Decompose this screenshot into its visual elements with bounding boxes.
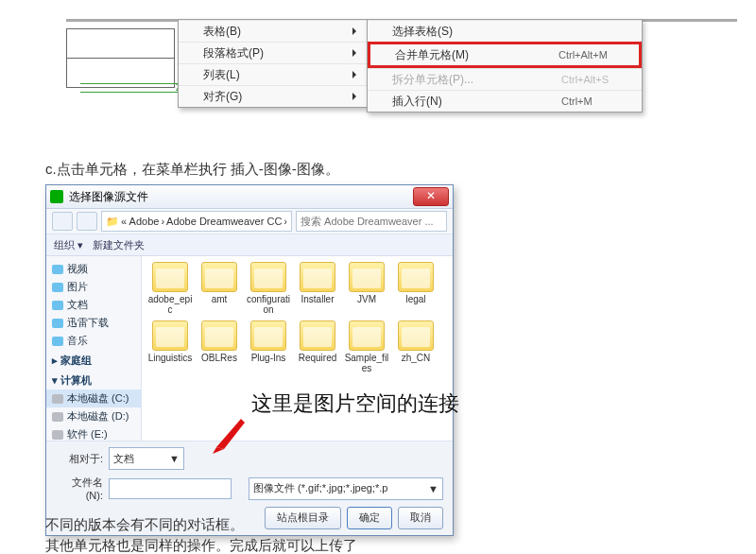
menu-item[interactable]: 选择表格(S) <box>368 20 642 42</box>
folder-item[interactable]: legal <box>393 262 438 315</box>
relative-label: 相对于: <box>56 452 103 466</box>
folder-item[interactable]: configuration <box>246 262 291 315</box>
file-open-dialog: 选择图像源文件 ✕ 📁 « Adobe› Adobe Dreamweaver C… <box>45 184 454 536</box>
cancel-button[interactable]: 取消 <box>398 507 443 529</box>
filename-label: 文件名(N): <box>56 476 103 501</box>
sidebar-item[interactable]: 图片 <box>46 278 141 296</box>
sidebar-drive[interactable]: 软件 (E:) <box>46 425 141 441</box>
svg-marker-0 <box>216 419 245 449</box>
sidebar: 视频图片文档迅雷下载音乐▸ 家庭组▾ 计算机本地磁盘 (C:)本地磁盘 (D:)… <box>46 256 142 441</box>
context-menu-left: 表格(B)段落格式(P)列表(L)对齐(G) <box>178 19 369 108</box>
folder-item[interactable]: adobe_epic <box>147 262 193 315</box>
folder-item[interactable]: Required <box>295 320 340 373</box>
dialog-title: 选择图像源文件 <box>69 189 413 205</box>
context-menu-right: 选择表格(S)合并单元格(M)Ctrl+Alt+M拆分单元格(P)...Ctrl… <box>367 19 643 113</box>
sidebar-group[interactable]: ▸ 家庭组 <box>46 350 141 370</box>
footer-text-1: 不同的版本会有不同的对话框。 <box>45 516 244 534</box>
menu-item[interactable]: 合并单元格(M)Ctrl+Alt+M <box>368 42 642 68</box>
folder-item[interactable]: amt <box>197 262 242 315</box>
folder-item[interactable]: Sample_files <box>344 320 389 373</box>
menu-item[interactable]: 段落格式(P) <box>179 42 368 63</box>
folder-item[interactable]: OBLRes <box>197 320 242 373</box>
menu-item[interactable]: 表格(B) <box>179 20 368 42</box>
filename-input[interactable] <box>109 478 232 499</box>
site-root-button[interactable]: 站点根目录 <box>265 507 341 529</box>
organize-menu[interactable]: 组织 ▾ <box>54 238 83 252</box>
search-input[interactable] <box>296 211 447 232</box>
file-type-filter[interactable]: 图像文件 (*.gif;*.jpg;*.jpeg;*.p▼ <box>249 477 443 500</box>
new-folder-button[interactable]: 新建文件夹 <box>93 238 145 252</box>
instruction-c: c.点击单元格，在菜单栏执行 插入-图像-图像。 <box>45 161 339 179</box>
close-button[interactable]: ✕ <box>413 187 449 206</box>
sidebar-item[interactable]: 音乐 <box>46 332 141 350</box>
annotation-text: 这里是图片空间的连接 <box>251 390 459 418</box>
folder-item[interactable]: Linguistics <box>147 320 193 373</box>
relative-select[interactable]: 文档▼ <box>109 447 184 470</box>
ok-button[interactable]: 确定 <box>347 507 392 529</box>
sidebar-item[interactable]: 文档 <box>46 296 141 314</box>
folder-item[interactable]: JVM <box>344 262 389 315</box>
table-cell-preview <box>66 28 175 80</box>
folder-item[interactable]: Plug-Ins <box>246 320 291 373</box>
sidebar-drive[interactable]: 本地磁盘 (C:) <box>46 390 141 407</box>
nav-back-button[interactable] <box>52 212 73 231</box>
sidebar-item[interactable]: 迅雷下载 <box>46 314 141 332</box>
folder-item[interactable]: Installer <box>295 262 340 315</box>
app-icon <box>50 190 63 203</box>
sidebar-group[interactable]: ▾ 计算机 <box>46 370 141 390</box>
dialog-titlebar: 选择图像源文件 ✕ <box>46 185 453 209</box>
sidebar-drive[interactable]: 本地磁盘 (D:) <box>46 407 141 425</box>
breadcrumb[interactable]: 📁 « Adobe› Adobe Dreamweaver CC› <box>101 211 292 232</box>
menu-item: 拆分单元格(P)...Ctrl+Alt+S <box>368 68 642 90</box>
folder-icon: 📁 <box>106 216 119 228</box>
menu-item[interactable]: 列表(L) <box>179 63 368 85</box>
footer-text-2: 其他单元格也是同样的操作。完成后就可以上传了 <box>45 537 357 554</box>
menu-item[interactable]: 对齐(G) <box>179 85 368 107</box>
red-arrow-icon <box>213 416 250 454</box>
sidebar-item[interactable]: 视频 <box>46 260 141 278</box>
menu-item[interactable]: 插入行(N)Ctrl+M <box>368 90 642 112</box>
folder-item[interactable]: zh_CN <box>393 320 438 373</box>
nav-fwd-button[interactable] <box>77 212 97 231</box>
